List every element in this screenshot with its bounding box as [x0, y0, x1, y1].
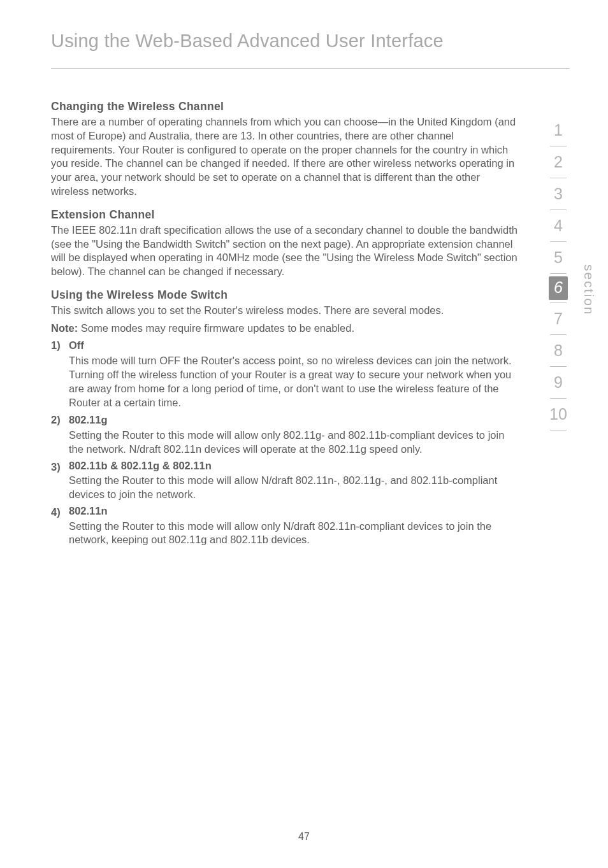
- tab-6-active[interactable]: 6: [549, 276, 568, 300]
- body-changing-channel: There are a number of operating channels…: [51, 115, 519, 199]
- tab-1[interactable]: 1: [539, 115, 577, 146]
- tab-divider: [550, 430, 567, 430]
- list-body: 802.11n Setting the Router to this mode …: [69, 506, 519, 547]
- list-title: 802.11g: [69, 413, 519, 427]
- tab-3[interactable]: 3: [539, 178, 577, 210]
- list-number: 2): [51, 413, 69, 456]
- list-body: 802.11b & 802.11g & 802.11n Setting the …: [69, 460, 519, 502]
- list-title: 802.11n: [69, 504, 519, 518]
- list-body: 802.11g Setting the Router to this mode …: [69, 413, 519, 456]
- body-mode-switch-intro: This switch allows you to set the Router…: [51, 304, 519, 318]
- list-text: Setting the Router to this mode will all…: [69, 474, 519, 502]
- tab-7[interactable]: 7: [539, 303, 577, 334]
- list-text: Setting the Router to this mode will all…: [69, 429, 519, 457]
- section-vertical-label: section: [581, 264, 597, 316]
- list-number: 3): [51, 460, 69, 502]
- heading-extension-channel: Extension Channel: [51, 208, 519, 222]
- tab-4[interactable]: 4: [539, 210, 577, 241]
- list-item: 2) 802.11g Setting the Router to this mo…: [51, 413, 519, 456]
- list-number: 4): [51, 506, 69, 547]
- section-tabs: 1 2 3 4 5 6 7 8 9 10: [539, 115, 577, 430]
- list-text: Setting the Router to this mode will all…: [69, 520, 519, 548]
- page-number: 47: [0, 831, 608, 843]
- tab-9[interactable]: 9: [539, 367, 577, 398]
- list-number: 1): [51, 339, 69, 409]
- note-text: Some modes may require firmware updates …: [78, 322, 354, 334]
- list-item: 3) 802.11b & 802.11g & 802.11n Setting t…: [51, 460, 519, 502]
- page-title: Using the Web-Based Advanced User Interf…: [0, 0, 608, 64]
- heading-changing-channel: Changing the Wireless Channel: [51, 99, 519, 114]
- list-title: 802.11b & 802.11g & 802.11n: [69, 459, 519, 473]
- list-item: 1) Off This mode will turn OFF the Route…: [51, 339, 519, 409]
- note-line: Note: Some modes may require firmware up…: [51, 322, 519, 336]
- main-content: Changing the Wireless Channel There are …: [0, 69, 608, 547]
- list-body: Off This mode will turn OFF the Router's…: [69, 339, 519, 409]
- body-extension-channel: The IEEE 802.11n draft specification all…: [51, 224, 519, 279]
- heading-mode-switch: Using the Wireless Mode Switch: [51, 288, 519, 302]
- tab-10[interactable]: 10: [539, 399, 577, 430]
- list-title: Off: [69, 339, 519, 353]
- tab-5[interactable]: 5: [539, 242, 577, 273]
- note-label: Note:: [51, 322, 78, 334]
- tab-8[interactable]: 8: [539, 335, 577, 366]
- tab-2[interactable]: 2: [539, 146, 577, 178]
- tab-divider: [550, 273, 567, 274]
- list-item: 4) 802.11n Setting the Router to this mo…: [51, 506, 519, 547]
- list-text: This mode will turn OFF the Router's acc…: [69, 354, 519, 409]
